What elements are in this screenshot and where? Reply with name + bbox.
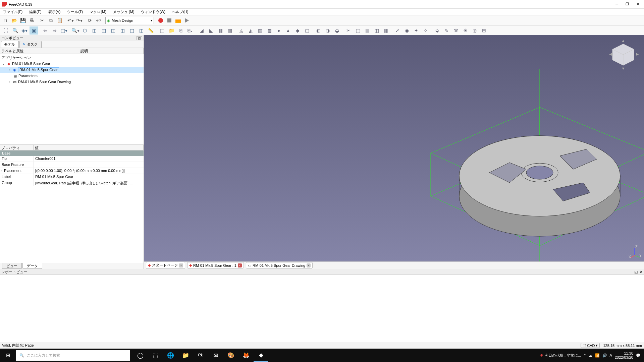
undo-icon[interactable]: ↶▾	[66, 16, 74, 24]
nav-style-selector[interactable]: ⬚CAD▾	[581, 343, 600, 348]
tree-parameters[interactable]: ▦Parameters	[0, 73, 144, 79]
bottom-view-icon[interactable]: ◫	[127, 26, 136, 35]
part-icon[interactable]: ⬚	[158, 26, 166, 35]
tree-document[interactable]: ⌄◆RM-01 Mk.5 Spur Gear	[0, 61, 144, 67]
taskbar-weather[interactable]: ✸今日の花粉：非常に...	[540, 353, 581, 358]
store-icon[interactable]: 🛍	[193, 349, 208, 362]
link-make-icon[interactable]: ⎘	[176, 26, 185, 35]
prop-tab-data[interactable]: データ	[22, 263, 42, 269]
bounding-box-icon[interactable]: ▣	[30, 26, 38, 35]
mesh-harmonize-icon[interactable]: ▧	[256, 26, 264, 35]
mesh-sel2-icon[interactable]: ✎	[442, 26, 451, 35]
taskview-icon[interactable]: ◯	[133, 349, 148, 362]
macro-list-icon[interactable]	[174, 16, 182, 24]
mesh-bool2-icon[interactable]: ◑	[323, 26, 332, 35]
taskbar-clock[interactable]: 11:302022/03/20	[615, 351, 633, 359]
edge-icon[interactable]: 🌐	[163, 349, 178, 362]
cortana-icon[interactable]: ⬚	[148, 349, 163, 362]
doc-tab-start[interactable]: ◆スタートページ×	[146, 262, 185, 269]
prop-row[interactable]: Group[InvoluteGear, Pad (歯車幅_押し出し), Sket…	[0, 180, 144, 186]
mesh-sel4-icon[interactable]: ☀	[461, 26, 470, 35]
whatsthis-icon[interactable]: ⌖?	[95, 16, 103, 24]
close-button[interactable]: ✕	[636, 2, 639, 6]
mesh-sel6-icon[interactable]: ⊞	[480, 26, 488, 35]
mesh-cross-icon[interactable]: ▥	[372, 26, 381, 35]
mesh-curvature-icon[interactable]: ◭	[246, 26, 255, 35]
print-icon[interactable]: 🖶	[28, 16, 36, 24]
menu-window[interactable]: ウィンドウ(W)	[140, 9, 166, 15]
front-view-icon[interactable]: ◫	[90, 26, 99, 35]
mesh-remesh-icon[interactable]: ▩	[225, 26, 234, 35]
tray-ime-icon[interactable]: A	[610, 353, 612, 357]
menu-mesh[interactable]: メッシュ (M)	[112, 9, 136, 15]
mail-icon[interactable]: ✉	[208, 349, 223, 362]
nav-fwd-icon[interactable]: ⇒	[50, 26, 59, 35]
report-view-body[interactable]	[0, 275, 644, 342]
report-float-icon[interactable]: ◰	[634, 270, 638, 274]
mesh-remove-icon[interactable]: ▢	[303, 26, 311, 35]
nav-back-icon[interactable]: ⇐	[41, 26, 50, 35]
link-go-icon[interactable]: ⬚▾	[60, 26, 68, 35]
mesh-close-icon[interactable]: ▲	[284, 26, 292, 35]
draw-style-icon[interactable]: ◈▾	[20, 26, 29, 35]
mesh-export-icon[interactable]: ◣	[207, 26, 215, 35]
model-tree[interactable]: アプリケーション ⌄◆RM-01 Mk.5 Spur Gear ›◉ RM-01…	[0, 54, 144, 144]
cut-icon[interactable]: ✂	[38, 16, 46, 24]
menu-view[interactable]: 表示(V)	[47, 9, 62, 15]
top-view-icon[interactable]: ◫	[99, 26, 108, 35]
iso-view-icon[interactable]: ⬡	[80, 26, 89, 35]
group-icon[interactable]: 📁	[167, 26, 176, 35]
copy-icon[interactable]: ⧉	[47, 16, 55, 24]
prop-row[interactable]: TipChamfer001	[0, 156, 144, 162]
prop-row[interactable]: ›Placement[(0.00 0.00 1.00); 0.00 °; (0.…	[0, 168, 144, 174]
mesh-fill-icon[interactable]: ●	[274, 26, 283, 35]
combo-tab-task[interactable]: ✎タスク	[19, 41, 42, 48]
prop-row[interactable]: LabelRM-01 Mk.5 Spur Gear	[0, 174, 144, 180]
mesh-section-icon[interactable]: ▤	[363, 26, 372, 35]
save-icon[interactable]: 💾	[19, 16, 27, 24]
refresh-icon[interactable]: ⟳	[86, 16, 94, 24]
right-view-icon[interactable]: ◫	[109, 26, 117, 35]
macro-stop-icon[interactable]	[165, 16, 173, 24]
mesh-regular-icon[interactable]: ◉	[402, 26, 411, 35]
tray-onedrive-icon[interactable]: ☁	[589, 353, 592, 358]
tray-chevron-icon[interactable]: ˄	[584, 353, 586, 358]
maximize-button[interactable]: ❐	[626, 2, 629, 6]
mesh-analyze-icon[interactable]: ◬	[237, 26, 246, 35]
3d-viewport[interactable]: ▲ ▼ ◀ ▶ Z Y X	[144, 35, 644, 261]
open-file-icon[interactable]: 📂	[10, 16, 18, 24]
mesh-import-icon[interactable]: ◢	[197, 26, 206, 35]
fit-selection-icon[interactable]: 🔍	[11, 26, 19, 35]
mesh-sel1-icon[interactable]: ⬙	[433, 26, 441, 35]
tree-body-selected[interactable]: ›◉ RM-01 Mk.5 Spur Gear	[0, 67, 144, 73]
mesh-decimate-icon[interactable]: ✧	[421, 26, 430, 35]
workbench-selector[interactable]: ◉Mesh Design	[105, 17, 154, 24]
menu-tools[interactable]: ツール(T)	[66, 9, 84, 15]
menu-file[interactable]: ファイル(F)	[2, 9, 23, 15]
firefox-icon[interactable]: 🦊	[238, 349, 253, 362]
rear-view-icon[interactable]: ◫	[118, 26, 127, 35]
left-view-icon[interactable]: ◫	[137, 26, 146, 35]
freecad-taskbar-icon[interactable]: ◆	[254, 349, 268, 362]
combo-float-icon[interactable]: ◰	[137, 36, 142, 40]
start-button[interactable]: ⊞	[0, 349, 16, 362]
doc-tab-drawing[interactable]: ▭RM-01 Mk.5 Spur Gear Drawing×	[246, 262, 313, 268]
zoom-icon[interactable]: 🔍▾	[71, 26, 80, 35]
tree-application[interactable]: アプリケーション	[0, 55, 144, 61]
navigation-cube[interactable]: ▲ ▼ ◀ ▶	[606, 38, 640, 71]
mesh-cut-icon[interactable]: ✂	[344, 26, 353, 35]
macro-play-icon[interactable]	[183, 16, 191, 24]
macro-record-icon[interactable]	[157, 16, 165, 24]
paint-icon[interactable]: 🎨	[223, 349, 238, 362]
menu-macro[interactable]: マクロ(M)	[89, 9, 107, 15]
combo-tab-model[interactable]: モデル	[1, 41, 19, 48]
taskbar-search[interactable]: 🔍 ここに入力して検索	[16, 350, 130, 361]
link-actions-icon[interactable]: ⎘▾	[186, 26, 195, 35]
prop-row[interactable]: Base Feature	[0, 162, 144, 168]
mesh-bool1-icon[interactable]: ◐	[314, 26, 323, 35]
mesh-merge-icon[interactable]: ▦	[382, 26, 390, 35]
mesh-trim-icon[interactable]: ⬚	[354, 26, 362, 35]
property-panel[interactable]: Base TipChamfer001 Base Feature ›Placeme…	[0, 150, 144, 263]
menu-edit[interactable]: 編集(E)	[28, 9, 43, 15]
mesh-sel3-icon[interactable]: ⚒	[451, 26, 460, 35]
